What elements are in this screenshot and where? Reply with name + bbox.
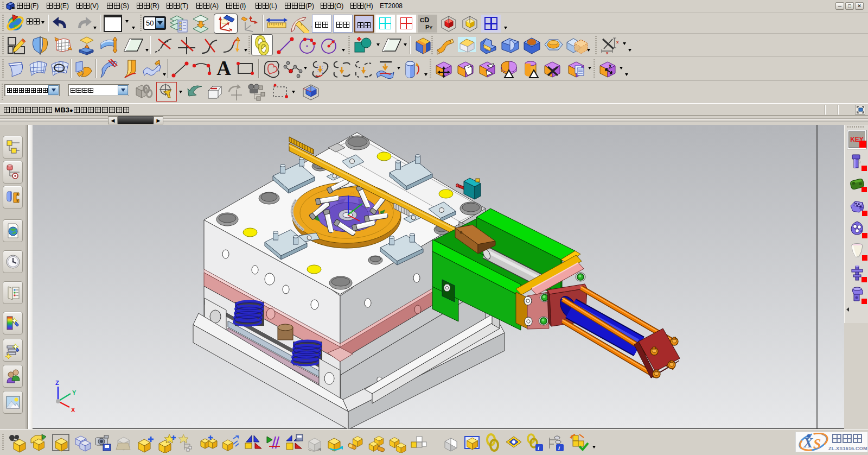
svg-text:X: X	[71, 407, 75, 413]
svg-text:x: x	[606, 50, 609, 55]
svg-text:X: X	[803, 435, 813, 451]
svg-text:Y: Y	[72, 389, 76, 396]
svg-text:S: S	[813, 436, 821, 452]
svg-text:x: x	[609, 63, 612, 69]
svg-text:x: x	[616, 40, 619, 45]
svg-text:ZC: ZC	[350, 191, 356, 195]
svg-text:Z: Z	[55, 380, 59, 386]
